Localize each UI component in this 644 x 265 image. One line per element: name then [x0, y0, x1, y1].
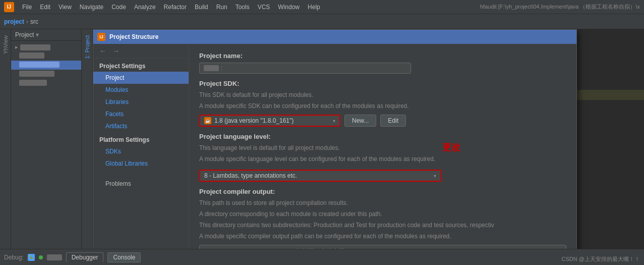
menu-code[interactable]: Code	[107, 3, 130, 12]
debug-status-icon	[39, 255, 43, 259]
tree-item-2[interactable]	[11, 61, 81, 70]
nav-arrows: ← →	[93, 44, 189, 59]
lang-level-desc-container: This language level is default for all p…	[199, 143, 435, 166]
nav-problems[interactable]: Problems	[93, 178, 189, 190]
compiler-desc1: This path is used to store all project c…	[199, 198, 566, 207]
project-settings-section: Project Settings	[93, 59, 189, 72]
menu-build[interactable]: Build	[191, 3, 212, 12]
dialog-content: Project name: : Project SDK: This SDK is…	[189, 44, 576, 251]
csdn-watermark: CSDN @上天安排的最大嘴！！	[562, 255, 640, 263]
sdk-edit-button[interactable]: Edit	[380, 115, 406, 127]
left-panel: Project ▾ ▸	[11, 29, 82, 265]
console-tab[interactable]: Console	[107, 252, 141, 262]
panel-title: Project	[15, 31, 34, 38]
main-layout: YhView Project ▾ ▸ 1:	[0, 29, 644, 265]
tree-item-label-3	[19, 71, 54, 77]
menu-navigate[interactable]: Navigate	[76, 3, 107, 12]
nav-global-libraries[interactable]: Global Libraries	[93, 157, 189, 170]
debugger-tab[interactable]: Debugger	[66, 252, 104, 262]
debug-value	[47, 254, 62, 260]
breadcrumb-sep-1: ›	[26, 18, 28, 25]
lang-desc1: This language level is default for all p…	[199, 143, 435, 152]
menu-edit[interactable]: Edit	[36, 3, 54, 12]
menu-tools[interactable]: Tools	[231, 3, 254, 12]
menu-vcs[interactable]: VCS	[254, 3, 274, 12]
project-structure-dialog: IJ Project Structure ← → Project Setting…	[93, 29, 577, 251]
sdk-desc2: A module specific SDK can be configured …	[199, 101, 566, 111]
project-name-row: :	[199, 63, 566, 74]
tree-item-label-4	[19, 80, 47, 86]
back-arrow[interactable]: ←	[97, 47, 108, 55]
tree-item-label	[19, 52, 44, 59]
sdk-select[interactable]: ☕ 1.8 (java version "1.8.0_161") ▾	[199, 115, 340, 127]
tree-item-3[interactable]	[11, 70, 81, 79]
project-name-icon	[204, 65, 219, 71]
compiler-output-label: Project compiler output:	[199, 188, 566, 195]
debug-icon: 🐛	[28, 254, 35, 261]
lang-desc2: A module specific language level can be …	[199, 154, 435, 164]
lang-row: 8 - Lambdas, type annotations etc. ▾	[199, 170, 566, 182]
dialog-body: ← → Project Settings Project Modules Lib…	[93, 44, 576, 251]
tree-root: ▸	[11, 43, 81, 51]
content-area: IJ Project Structure ← → Project Setting…	[93, 29, 644, 265]
tree-arrow[interactable]: ▸	[15, 44, 18, 50]
panel-dropdown-icon[interactable]: ▾	[36, 31, 39, 38]
sdk-row: ☕ 1.8 (java version "1.8.0_161") ▾ New..…	[199, 115, 566, 127]
toolbar: project › src	[0, 14, 644, 29]
forward-arrow[interactable]: →	[110, 47, 122, 55]
sdk-dropdown-icon: ▾	[333, 118, 335, 124]
compiler-desc2: A directory corresponding to each module…	[199, 209, 566, 219]
menu-refactor[interactable]: Refactor	[160, 3, 191, 12]
yhview-tab[interactable]: YhView	[2, 31, 10, 58]
lang-select-text: 8 - Lambdas, type annotations etc.	[204, 172, 434, 179]
project-tab-bar: 1: Project	[82, 29, 93, 265]
tree-item-04[interactable]	[11, 51, 81, 61]
breadcrumb-src: src	[30, 18, 38, 25]
project-tree: ▸	[11, 41, 81, 265]
sdk-icon: ☕	[204, 117, 211, 124]
lang-dropdown-icon: ▾	[434, 173, 436, 179]
project-name-label: Project name:	[199, 52, 566, 60]
compiler-desc3: This directory contains two subdirectori…	[199, 221, 566, 230]
breadcrumb: project › src	[4, 18, 38, 25]
tree-item-label-2	[19, 62, 60, 68]
breadcrumb-project: project	[4, 18, 24, 25]
menu-run[interactable]: Run	[212, 3, 231, 12]
dialog-nav: ← → Project Settings Project Modules Lib…	[93, 44, 189, 251]
menu-window[interactable]: Window	[274, 3, 304, 12]
sdk-new-button[interactable]: New...	[344, 115, 376, 127]
lang-select[interactable]: 8 - Lambdas, type annotations etc. ▾	[199, 170, 441, 182]
tree-item-4[interactable]	[11, 79, 81, 88]
sdk-select-text: 1.8 (java version "1.8.0_161")	[214, 117, 330, 124]
menu-view[interactable]: View	[54, 3, 76, 12]
project-name-input[interactable]: :	[199, 63, 411, 74]
lang-level-label: Project language level:	[199, 133, 566, 140]
sdk-desc1: This SDK is default for all project modu…	[199, 90, 566, 99]
dialog-icon-text: IJ	[99, 34, 103, 39]
nav-libraries[interactable]: Libraries	[93, 96, 189, 108]
red-annotation: 更改	[442, 141, 460, 153]
menu-file[interactable]: File	[18, 3, 36, 12]
tree-root-label	[20, 44, 50, 50]
compiler-desc4: A module specific compiler output path c…	[199, 232, 566, 241]
nav-facets[interactable]: Facets	[93, 108, 189, 120]
debug-bar: Debug: 🐛 Debugger Console CSDN @上天安排的最大嘴…	[0, 249, 644, 265]
app-logo: IJ	[4, 2, 14, 12]
dialog-title: Project Structure	[109, 33, 158, 40]
debug-label: Debug:	[4, 254, 24, 261]
dialog-titlebar: IJ Project Structure	[93, 30, 576, 44]
project-name-colon: :	[221, 65, 222, 72]
platform-settings-section: Platform Settings	[93, 132, 189, 145]
panel-header: Project ▾	[11, 29, 81, 41]
nav-project[interactable]: Project	[93, 72, 189, 84]
menu-analyze[interactable]: Analyze	[130, 3, 160, 12]
dialog-icon: IJ	[97, 33, 105, 41]
nav-modules[interactable]: Modules	[93, 84, 189, 96]
nav-sdks[interactable]: SDKs	[93, 145, 189, 157]
window-title: hfaudit [F:\yh_project\04.Implement\java…	[480, 3, 640, 11]
menubar: IJ File Edit View Navigate Code Analyze …	[0, 0, 644, 14]
sdk-label: Project SDK:	[199, 80, 566, 87]
nav-artifacts[interactable]: Artifacts	[93, 120, 189, 132]
menu-help[interactable]: Help	[304, 3, 324, 12]
project-tab[interactable]: 1: Project	[83, 31, 91, 63]
